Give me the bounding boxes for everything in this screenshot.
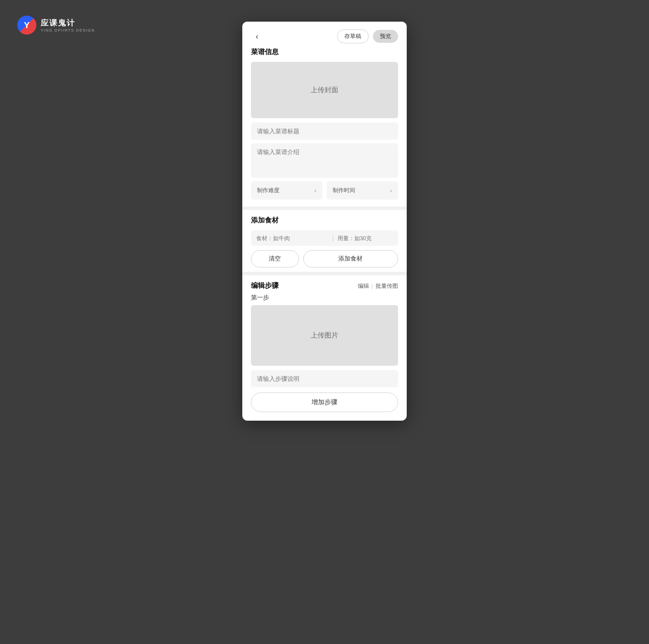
step-description-input[interactable] (251, 370, 398, 387)
difficulty-selector[interactable]: 制作难度 › (251, 181, 322, 200)
upload-cover-label: 上传封面 (311, 86, 338, 95)
app-header: ‹ 存草稿 预览 (242, 22, 407, 48)
recipe-intro-input[interactable] (251, 143, 398, 178)
logo-main: 应课鬼计 (41, 18, 95, 28)
ingredient-row: | × ≡ (251, 230, 398, 246)
time-label: 制作时间 (333, 187, 355, 194)
edit-steps-link[interactable]: 编辑 (358, 282, 369, 290)
steps-sep: | (372, 283, 373, 289)
time-arrow: › (390, 187, 392, 194)
steps-actions: 编辑 | 批量传图 (358, 282, 398, 290)
logo-sub: YING DPIIRTS DESIGN (41, 28, 95, 32)
save-draft-button[interactable]: 存草稿 (337, 29, 369, 43)
upload-cover-area[interactable]: 上传封面 (251, 62, 398, 118)
recipe-title-input[interactable] (251, 122, 398, 140)
step-one-label: 第一步 (242, 294, 407, 302)
time-selector[interactable]: 制作时间 › (327, 181, 398, 200)
batch-upload-link[interactable]: 批量传图 (376, 282, 398, 290)
difficulty-label: 制作难度 (257, 187, 280, 194)
steps-title: 编辑步骤 (251, 281, 279, 290)
selectors-row: 制作难度 › 制作时间 › (251, 181, 398, 200)
upload-step-image-area[interactable]: 上传图片 (251, 305, 398, 366)
ingredient-name-input[interactable] (256, 235, 329, 242)
logo-text: 应课鬼计 YING DPIIRTS DESIGN (41, 18, 95, 32)
ingredients-actions: 清空 添加食材 (251, 250, 398, 267)
ingredients-title: 添加食材 (242, 216, 407, 225)
back-button[interactable]: ‹ (251, 30, 263, 42)
header-actions: 存草稿 预览 (337, 29, 398, 43)
recipe-info-title: 菜谱信息 (242, 48, 407, 57)
steps-header: 编辑步骤 编辑 | 批量传图 (242, 281, 407, 290)
section-divider-2 (242, 272, 407, 275)
difficulty-arrow: › (314, 187, 316, 194)
add-ingredient-button[interactable]: 添加食材 (303, 250, 398, 267)
section-divider (242, 206, 407, 210)
logo-area: Y 应课鬼计 YING DPIIRTS DESIGN (17, 16, 95, 35)
ingredient-amount-input[interactable] (337, 235, 407, 242)
upload-step-image-label: 上传图片 (311, 331, 338, 340)
phone-frame: ‹ 存草稿 预览 菜谱信息 上传封面 制作难度 › 制作时间 › 添加食材 | … (242, 22, 407, 421)
logo-icon: Y (17, 16, 36, 35)
clear-ingredients-button[interactable]: 清空 (251, 250, 299, 267)
preview-button[interactable]: 预览 (373, 30, 398, 43)
add-step-button[interactable]: 增加步骤 (251, 393, 398, 412)
ingredient-separator: | (332, 235, 334, 242)
